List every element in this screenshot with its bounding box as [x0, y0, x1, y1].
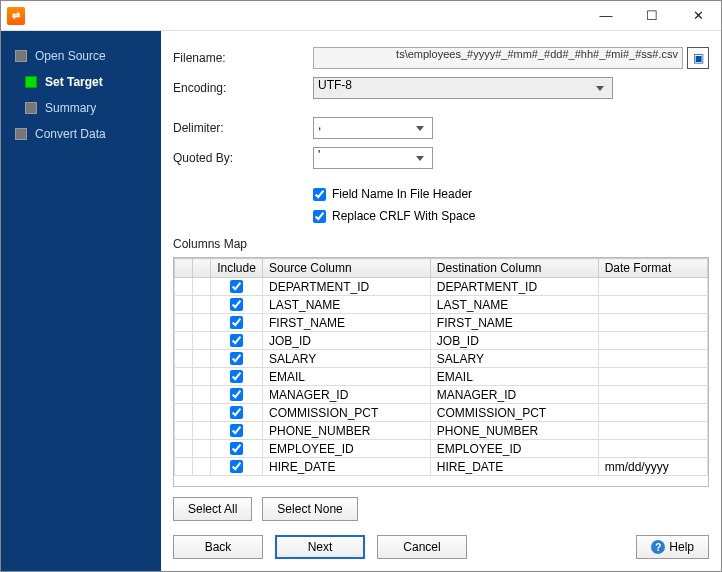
help-button[interactable]: ? Help	[636, 535, 709, 559]
include-checkbox[interactable]	[230, 298, 243, 311]
table-row[interactable]: COMMISSION_PCTCOMMISSION_PCT	[175, 404, 708, 422]
row-marker2[interactable]	[193, 440, 211, 458]
minimize-button[interactable]: —	[583, 1, 629, 31]
table-row[interactable]: JOB_IDJOB_ID	[175, 332, 708, 350]
col-header-blank1[interactable]	[175, 259, 193, 278]
source-cell[interactable]: FIRST_NAME	[263, 314, 431, 332]
col-header-date-format[interactable]: Date Format	[598, 259, 707, 278]
replace-crlf-checkbox[interactable]	[313, 210, 326, 223]
source-cell[interactable]: HIRE_DATE	[263, 458, 431, 476]
table-row[interactable]: EMPLOYEE_IDEMPLOYEE_ID	[175, 440, 708, 458]
include-checkbox[interactable]	[230, 370, 243, 383]
row-marker2[interactable]	[193, 458, 211, 476]
close-button[interactable]: ✕	[675, 1, 721, 31]
table-row[interactable]: EMAILEMAIL	[175, 368, 708, 386]
date-format-cell[interactable]	[598, 440, 707, 458]
row-marker[interactable]	[175, 422, 193, 440]
row-marker[interactable]	[175, 440, 193, 458]
row-marker2[interactable]	[193, 422, 211, 440]
row-marker2[interactable]	[193, 332, 211, 350]
row-marker[interactable]	[175, 386, 193, 404]
date-format-cell[interactable]	[598, 386, 707, 404]
col-header-blank2[interactable]	[193, 259, 211, 278]
sidebar-item-set-target[interactable]: Set Target	[1, 69, 161, 95]
source-cell[interactable]: SALARY	[263, 350, 431, 368]
maximize-button[interactable]: ☐	[629, 1, 675, 31]
col-header-destination[interactable]: Destination Column	[430, 259, 598, 278]
row-marker[interactable]	[175, 350, 193, 368]
include-checkbox[interactable]	[230, 280, 243, 293]
destination-cell[interactable]: HIRE_DATE	[430, 458, 598, 476]
date-format-cell[interactable]	[598, 314, 707, 332]
row-marker[interactable]	[175, 404, 193, 422]
destination-cell[interactable]: EMPLOYEE_ID	[430, 440, 598, 458]
row-marker[interactable]	[175, 332, 193, 350]
table-row[interactable]: HIRE_DATEHIRE_DATEmm/dd/yyyy	[175, 458, 708, 476]
date-format-cell[interactable]	[598, 332, 707, 350]
row-marker2[interactable]	[193, 314, 211, 332]
row-marker[interactable]	[175, 296, 193, 314]
destination-cell[interactable]: LAST_NAME	[430, 296, 598, 314]
row-marker2[interactable]	[193, 278, 211, 296]
row-marker[interactable]	[175, 278, 193, 296]
include-checkbox[interactable]	[230, 316, 243, 329]
source-cell[interactable]: PHONE_NUMBER	[263, 422, 431, 440]
table-row[interactable]: MANAGER_IDMANAGER_ID	[175, 386, 708, 404]
cancel-button[interactable]: Cancel	[377, 535, 467, 559]
include-checkbox[interactable]	[230, 424, 243, 437]
sidebar-item-summary[interactable]: Summary	[1, 95, 161, 121]
date-format-cell[interactable]: mm/dd/yyyy	[598, 458, 707, 476]
include-checkbox[interactable]	[230, 388, 243, 401]
table-row[interactable]: PHONE_NUMBERPHONE_NUMBER	[175, 422, 708, 440]
destination-cell[interactable]: DEPARTMENT_ID	[430, 278, 598, 296]
include-checkbox[interactable]	[230, 334, 243, 347]
destination-cell[interactable]: EMAIL	[430, 368, 598, 386]
destination-cell[interactable]: COMMISSION_PCT	[430, 404, 598, 422]
row-marker2[interactable]	[193, 296, 211, 314]
sidebar-item-convert-data[interactable]: Convert Data	[1, 121, 161, 147]
source-cell[interactable]: MANAGER_ID	[263, 386, 431, 404]
back-button[interactable]: Back	[173, 535, 263, 559]
quoted-by-select[interactable]: '	[313, 147, 433, 169]
date-format-cell[interactable]	[598, 350, 707, 368]
destination-cell[interactable]: PHONE_NUMBER	[430, 422, 598, 440]
table-row[interactable]: DEPARTMENT_IDDEPARTMENT_ID	[175, 278, 708, 296]
table-row[interactable]: LAST_NAMELAST_NAME	[175, 296, 708, 314]
table-row[interactable]: FIRST_NAMEFIRST_NAME	[175, 314, 708, 332]
date-format-cell[interactable]	[598, 368, 707, 386]
col-header-source[interactable]: Source Column	[263, 259, 431, 278]
source-cell[interactable]: LAST_NAME	[263, 296, 431, 314]
row-marker2[interactable]	[193, 368, 211, 386]
source-cell[interactable]: EMPLOYEE_ID	[263, 440, 431, 458]
include-checkbox[interactable]	[230, 460, 243, 473]
table-row[interactable]: SALARYSALARY	[175, 350, 708, 368]
sidebar-item-open-source[interactable]: Open Source	[1, 43, 161, 69]
destination-cell[interactable]: SALARY	[430, 350, 598, 368]
row-marker2[interactable]	[193, 386, 211, 404]
include-checkbox[interactable]	[230, 406, 243, 419]
row-marker2[interactable]	[193, 404, 211, 422]
include-checkbox[interactable]	[230, 442, 243, 455]
field-name-header-checkbox[interactable]	[313, 188, 326, 201]
date-format-cell[interactable]	[598, 404, 707, 422]
encoding-select[interactable]: UTF-8	[313, 77, 613, 99]
source-cell[interactable]: JOB_ID	[263, 332, 431, 350]
date-format-cell[interactable]	[598, 296, 707, 314]
row-marker[interactable]	[175, 368, 193, 386]
select-all-button[interactable]: Select All	[173, 497, 252, 521]
destination-cell[interactable]: FIRST_NAME	[430, 314, 598, 332]
row-marker[interactable]	[175, 314, 193, 332]
row-marker2[interactable]	[193, 350, 211, 368]
date-format-cell[interactable]	[598, 422, 707, 440]
filename-input[interactable]: ts\employees_#yyyy#_#mm#_#dd#_#hh#_#mi#_…	[313, 47, 683, 69]
source-cell[interactable]: COMMISSION_PCT	[263, 404, 431, 422]
include-checkbox[interactable]	[230, 352, 243, 365]
destination-cell[interactable]: JOB_ID	[430, 332, 598, 350]
select-none-button[interactable]: Select None	[262, 497, 357, 521]
destination-cell[interactable]: MANAGER_ID	[430, 386, 598, 404]
source-cell[interactable]: EMAIL	[263, 368, 431, 386]
date-format-cell[interactable]	[598, 278, 707, 296]
next-button[interactable]: Next	[275, 535, 365, 559]
delimiter-select[interactable]: ,	[313, 117, 433, 139]
browse-button[interactable]: ▣	[687, 47, 709, 69]
